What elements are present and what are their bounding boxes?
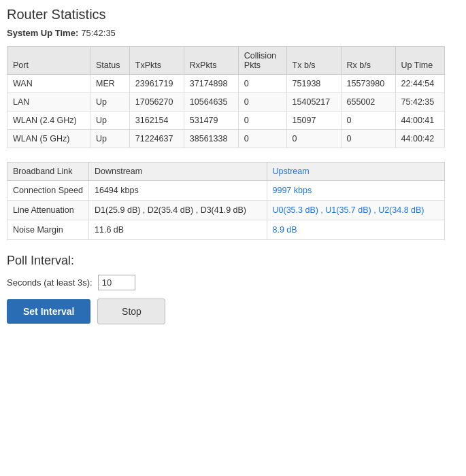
uptime-label: System Up Time: [7, 28, 78, 38]
poll-seconds-input[interactable] [98, 275, 135, 290]
port-name: WLAN (2.4 GHz) [7, 112, 90, 130]
port-tx-bs: 15097 [286, 112, 341, 130]
port-status: MER [90, 75, 130, 93]
port-collision: 0 [238, 130, 286, 148]
port-uptime: 44:00:42 [395, 130, 444, 148]
bb-col-link: Broadband Link [7, 163, 89, 181]
port-rx-bs: 15573980 [341, 75, 395, 93]
port-collision: 0 [238, 112, 286, 130]
col-header-rxpkts: RxPkts [184, 47, 238, 75]
port-stats-table: Port Status TxPkts RxPkts CollisionPkts … [7, 46, 445, 148]
poll-section: Poll Interval: Seconds (at least 3s): Se… [7, 254, 445, 324]
port-uptime: 22:44:54 [395, 75, 444, 93]
table-row: WLAN (2.4 GHz) Up 3162154 531479 0 15097… [7, 112, 445, 130]
col-header-port: Port [7, 47, 90, 75]
bb-downstream: 11.6 dB [89, 220, 267, 240]
table-row: LAN Up 17056270 10564635 0 15405217 6550… [7, 93, 445, 112]
col-header-uptime: Up Time [395, 47, 444, 75]
bb-downstream: D1(25.9 dB) , D2(35.4 dB) , D3(41.9 dB) [89, 201, 267, 220]
col-header-tx-bs: Tx b/s [286, 47, 341, 75]
table-row: Connection Speed 16494 kbps 9997 kbps [7, 181, 445, 201]
table-row: WLAN (5 GHz) Up 71224637 38561338 0 0 0 … [7, 130, 445, 148]
port-tx-bs: 15405217 [286, 93, 341, 112]
set-interval-button[interactable]: Set Interval [7, 299, 90, 324]
bb-label: Noise Margin [7, 220, 89, 240]
port-txpkts: 17056270 [129, 93, 184, 112]
bb-label: Connection Speed [7, 181, 89, 201]
col-header-status: Status [90, 47, 130, 75]
bb-downstream: 16494 kbps [89, 181, 267, 201]
port-rxpkts: 531479 [184, 112, 238, 130]
port-tx-bs: 0 [286, 130, 341, 148]
port-status: Up [90, 93, 130, 112]
bb-label: Line Attenuation [7, 201, 89, 220]
port-txpkts: 71224637 [129, 130, 184, 148]
table-row: WAN MER 23961719 37174898 0 751938 15573… [7, 75, 445, 93]
bb-upstream: 9997 kbps [267, 181, 445, 201]
broadband-table: Broadband Link Downstream Upstream Conne… [7, 162, 445, 240]
bb-col-upstream: Upstream [267, 163, 445, 181]
port-name: WLAN (5 GHz) [7, 130, 90, 148]
bb-upstream: 8.9 dB [267, 220, 445, 240]
port-rx-bs: 0 [341, 112, 395, 130]
table-row: Noise Margin 11.6 dB 8.9 dB [7, 220, 445, 240]
uptime-value: 75:42:35 [81, 28, 116, 38]
port-rxpkts: 10564635 [184, 93, 238, 112]
port-txpkts: 23961719 [129, 75, 184, 93]
port-collision: 0 [238, 75, 286, 93]
port-tx-bs: 751938 [286, 75, 341, 93]
page-title: Router Statistics [7, 7, 445, 22]
col-header-txpkts: TxPkts [129, 47, 184, 75]
bb-upstream: U0(35.3 dB) , U1(35.7 dB) , U2(34.8 dB) [267, 201, 445, 220]
port-uptime: 75:42:35 [395, 93, 444, 112]
port-uptime: 44:00:41 [395, 112, 444, 130]
port-rx-bs: 0 [341, 130, 395, 148]
stop-button[interactable]: Stop [97, 299, 165, 324]
poll-seconds-label: Seconds (at least 3s): [7, 277, 93, 288]
port-rx-bs: 655002 [341, 93, 395, 112]
port-status: Up [90, 112, 130, 130]
col-header-collision: CollisionPkts [238, 47, 286, 75]
port-rxpkts: 38561338 [184, 130, 238, 148]
port-status: Up [90, 130, 130, 148]
port-rxpkts: 37174898 [184, 75, 238, 93]
port-txpkts: 3162154 [129, 112, 184, 130]
table-row: Line Attenuation D1(25.9 dB) , D2(35.4 d… [7, 201, 445, 220]
port-name: LAN [7, 93, 90, 112]
poll-title: Poll Interval: [7, 254, 445, 268]
bb-col-downstream: Downstream [89, 163, 267, 181]
port-collision: 0 [238, 93, 286, 112]
port-name: WAN [7, 75, 90, 93]
col-header-rx-bs: Rx b/s [341, 47, 395, 75]
